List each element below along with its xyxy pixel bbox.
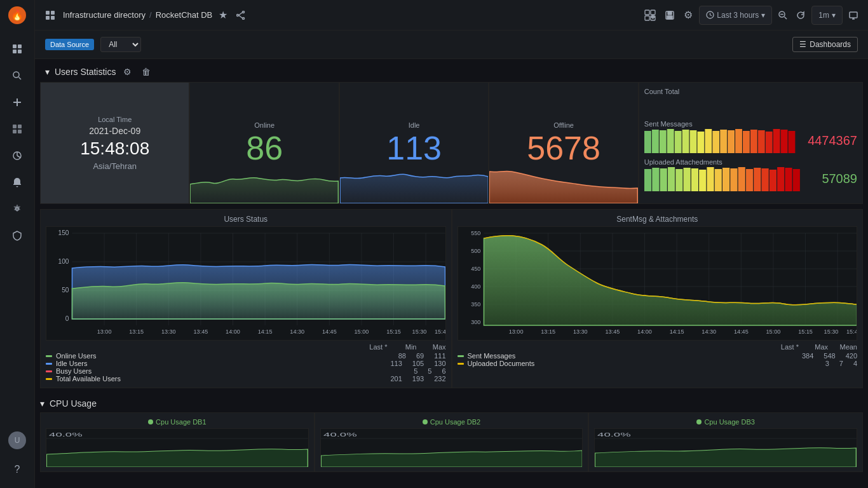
busy-legend-vals: 556 xyxy=(414,367,445,375)
local-time-label: Local Time xyxy=(98,116,132,123)
sidebar-item-dashboards[interactable] xyxy=(6,118,29,140)
svg-rect-46 xyxy=(675,131,682,153)
panel-delete-btn[interactable]: 🗑 xyxy=(139,65,153,78)
panel-settings-btn[interactable]: ⚙ xyxy=(121,65,134,78)
docs-legend-vals: 374 xyxy=(825,360,857,367)
kiosk-btn[interactable] xyxy=(846,8,860,22)
svg-rect-43 xyxy=(652,130,659,153)
svg-rect-39 xyxy=(850,12,857,18)
share-icon-btn[interactable] xyxy=(234,8,248,22)
svg-rect-69 xyxy=(699,170,706,191)
svg-line-37 xyxy=(785,17,787,19)
svg-text:13:30: 13:30 xyxy=(161,329,176,335)
cpu-db2-cell: Cpu Usage DB2 40.0% xyxy=(315,412,589,472)
svg-text:150: 150 xyxy=(58,229,69,236)
svg-text:14:45: 14:45 xyxy=(733,329,748,335)
svg-point-21 xyxy=(243,11,245,13)
data-source-select[interactable]: All xyxy=(100,37,141,52)
svg-line-25 xyxy=(239,15,243,18)
svg-rect-54 xyxy=(735,129,742,153)
idle-legend-vals: 113105130 xyxy=(390,360,445,367)
sentmsg-legend: Last * Max Mean Sent Messages 384548420 xyxy=(458,343,858,367)
svg-rect-78 xyxy=(770,170,776,191)
legend-item-total: Total Available Users 201193232 xyxy=(46,375,446,383)
svg-text:13:45: 13:45 xyxy=(605,329,620,335)
sidebar-item-shield[interactable] xyxy=(6,224,29,247)
sidebar-item-add[interactable] xyxy=(6,91,29,114)
svg-rect-71 xyxy=(715,169,722,191)
cpu-usage-section: ▾ CPU Usage Cpu Usage DB1 40.0% xyxy=(35,393,868,477)
panel-header: ▾ Users Statistics ⚙ 🗑 xyxy=(35,59,868,82)
time-range-chevron: ▾ xyxy=(761,11,765,20)
svg-line-24 xyxy=(239,12,243,15)
sentmsg-panel: SentMsg & Attachments xyxy=(452,209,864,388)
sidebar-item-chart[interactable] xyxy=(6,144,29,167)
svg-rect-2 xyxy=(13,44,17,48)
sidebar-avatar[interactable]: U xyxy=(6,429,29,452)
svg-text:14:30: 14:30 xyxy=(702,329,716,335)
collapse-icon[interactable]: ▾ xyxy=(45,67,50,77)
grid-icon-btn[interactable] xyxy=(43,8,58,23)
svg-rect-75 xyxy=(746,169,753,191)
docs-legend-dot xyxy=(458,363,464,365)
sidebar-item-grid[interactable] xyxy=(6,37,29,60)
online-sparkline xyxy=(190,159,338,203)
svg-rect-66 xyxy=(675,169,682,191)
online-legend-vals: 8869111 xyxy=(398,352,446,360)
svg-text:450: 450 xyxy=(471,266,480,272)
dashboards-btn[interactable]: ☰ Dashboards xyxy=(792,37,858,52)
svg-rect-28 xyxy=(645,16,649,20)
sidebar-item-settings[interactable] xyxy=(6,198,29,220)
svg-line-7 xyxy=(19,78,22,80)
svg-rect-68 xyxy=(691,168,698,191)
busy-legend-dot xyxy=(46,370,52,372)
svg-text:15:00: 15:00 xyxy=(766,329,780,335)
svg-rect-64 xyxy=(660,168,667,191)
cpu-db1-cell: Cpu Usage DB1 40.0% xyxy=(40,412,315,472)
dashboard-content: Data Source All ☰ Dashboards ▾ Users Sta… xyxy=(35,30,868,488)
sidebar-item-bell[interactable] xyxy=(6,171,29,194)
sent-legend-label: Sent Messages xyxy=(468,352,798,360)
svg-rect-81 xyxy=(793,169,800,191)
svg-text:15:45: 15:45 xyxy=(846,329,857,335)
sidebar-item-help[interactable]: ? xyxy=(6,458,29,481)
sidebar-item-search[interactable] xyxy=(6,64,29,87)
svg-text:0: 0 xyxy=(65,315,69,322)
star-icon-btn[interactable]: ★ xyxy=(216,6,230,24)
charts-row: Users Status 150 100 50 0 xyxy=(35,209,868,393)
svg-text:13:45: 13:45 xyxy=(194,329,208,335)
sent-messages-row: 4474367 xyxy=(644,128,857,153)
svg-point-6 xyxy=(13,72,19,78)
svg-text:15:45: 15:45 xyxy=(435,329,445,335)
svg-rect-55 xyxy=(743,131,750,153)
refresh-interval-label: 1m xyxy=(818,11,829,20)
time-range-btn[interactable]: Last 3 hours ▾ xyxy=(699,6,772,25)
svg-rect-56 xyxy=(750,130,757,153)
svg-rect-42 xyxy=(644,131,651,153)
svg-text:15:30: 15:30 xyxy=(824,329,838,335)
svg-rect-59 xyxy=(773,129,780,153)
svg-rect-76 xyxy=(754,168,761,191)
legend-item-online: Online Users 8869111 xyxy=(46,352,446,360)
users-status-title: Users Status xyxy=(46,215,446,224)
sidebar: 🔥 xyxy=(0,0,35,488)
svg-rect-62 xyxy=(644,169,651,191)
svg-text:100: 100 xyxy=(58,258,69,265)
save-dashboard-btn[interactable] xyxy=(662,8,677,23)
sent-legend-vals: 384548420 xyxy=(802,352,857,360)
local-time-cell: Local Time 2021-Dec-09 15:48:08 Asia/Teh… xyxy=(40,82,189,204)
add-panel-btn[interactable] xyxy=(642,7,658,24)
svg-rect-60 xyxy=(780,130,787,153)
cpu-db1-dot xyxy=(148,419,153,424)
svg-rect-52 xyxy=(720,130,727,153)
svg-rect-13 xyxy=(18,130,22,133)
zoom-out-btn[interactable] xyxy=(776,8,790,22)
refresh-interval-btn[interactable]: 1m ▾ xyxy=(811,6,843,25)
svg-rect-5 xyxy=(18,50,22,53)
offline-cell: Offline 5678 xyxy=(489,82,638,204)
refresh-btn[interactable] xyxy=(794,8,808,22)
cpu-collapse-icon[interactable]: ▾ xyxy=(40,398,44,409)
settings-btn[interactable]: ⚙ xyxy=(681,6,695,24)
idle-sparkline xyxy=(340,159,488,203)
svg-text:15:15: 15:15 xyxy=(386,329,401,335)
